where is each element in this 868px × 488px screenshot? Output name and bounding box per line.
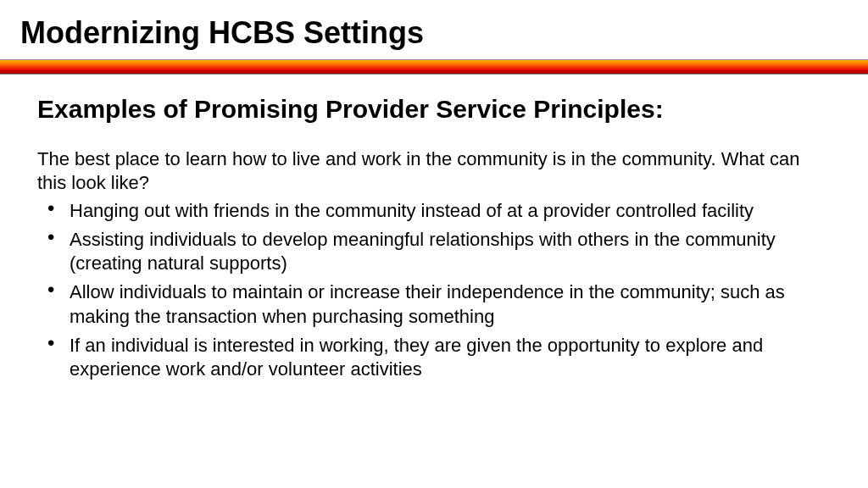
intro-paragraph: The best place to learn how to live and … (37, 147, 831, 194)
slide-title: Modernizing HCBS Settings (0, 0, 868, 59)
bullet-list: Hanging out with friends in the communit… (37, 199, 831, 381)
list-item: Allow individuals to maintain or increas… (70, 280, 831, 328)
slide-content: Examples of Promising Provider Service P… (0, 75, 868, 381)
list-item: Assisting individuals to develop meaning… (70, 228, 831, 275)
decorative-gradient-bar (0, 59, 868, 75)
list-item: If an individual is interested in workin… (70, 334, 831, 381)
slide-subheading: Examples of Promising Provider Service P… (37, 95, 831, 124)
list-item: Hanging out with friends in the communit… (70, 199, 831, 223)
